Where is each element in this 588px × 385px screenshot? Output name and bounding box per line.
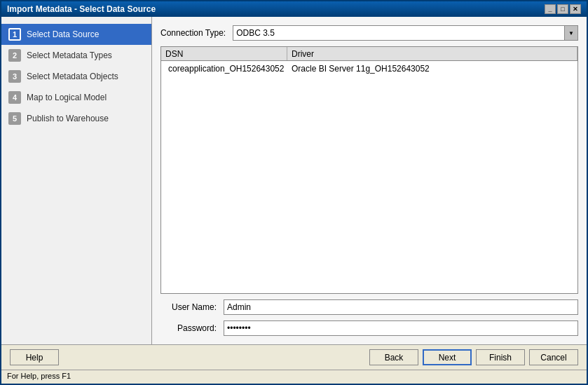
next-button[interactable]: Next [423,349,472,365]
sidebar-item-select-metadata-objects[interactable]: 3 Select Metadata Objects [1,66,151,87]
sidebar: 1 Select Data Source 2 Select Metadata T… [1,17,152,344]
table-body: coreapplication_OH152643052 Oracle BI Se… [161,61,577,293]
username-row: User Name: [160,299,578,315]
navigation-buttons: Back Next Finish Cancel [369,349,578,365]
cell-dsn: coreapplication_OH152643052 [161,62,287,75]
main-window: Import Metadata - Select Data Source _ □… [0,0,588,385]
status-bar: For Help, press F1 [1,370,587,384]
password-row: Password: [160,320,578,336]
sidebar-item-map-logical[interactable]: 4 Map to Logical Model [1,87,151,108]
table-row[interactable]: coreapplication_OH152643052 Oracle BI Se… [161,61,577,76]
password-input[interactable] [224,320,578,336]
step-2-number: 2 [8,49,21,62]
username-input[interactable] [224,299,578,315]
step-1-number: 1 [8,28,21,41]
step-1-label: Select Data Source [27,29,99,39]
help-button[interactable]: Help [10,349,59,365]
sidebar-item-select-metadata-types[interactable]: 2 Select Metadata Types [1,45,151,66]
connection-type-label: Connection Type: [160,28,226,38]
minimize-button[interactable]: _ [545,4,556,14]
sidebar-item-select-data-source[interactable]: 1 Select Data Source [1,24,151,45]
col-header-driver: Driver [287,47,577,60]
step-2-label: Select Metadata Types [27,50,112,60]
table-header: DSN Driver [161,47,577,61]
username-label: User Name: [160,302,217,312]
dsn-table: DSN Driver coreapplication_OH1526430 [160,46,578,294]
sidebar-item-publish-warehouse[interactable]: 5 Publish to Warehouse [1,108,151,129]
step-4-number: 4 [8,91,21,104]
bottom-bar: Help Back Next Finish Cancel [1,344,587,370]
connection-type-select-wrapper: ODBC 3.5 ▼ [233,25,578,41]
finish-button[interactable]: Finish [476,349,525,365]
content-area: 1 Select Data Source 2 Select Metadata T… [1,17,587,344]
title-bar: Import Metadata - Select Data Source _ □… [1,1,587,17]
dsn-name: coreapplication_OH152643052 [168,64,284,74]
window-title: Import Metadata - Select Data Source [7,4,156,14]
step-5-number: 5 [8,112,21,125]
close-button[interactable]: ✕ [570,4,581,14]
cancel-button[interactable]: Cancel [529,349,578,365]
step-5-label: Publish to Warehouse [27,114,109,123]
password-label: Password: [160,323,217,333]
maximize-button[interactable]: □ [557,4,568,14]
title-bar-buttons: _ □ ✕ [545,4,581,14]
step-3-label: Select Metadata Objects [27,72,118,81]
main-panel: Connection Type: ODBC 3.5 ▼ DSN Driver [152,17,587,344]
col-header-dsn: DSN [161,47,287,60]
step-3-number: 3 [8,70,21,83]
connection-type-select[interactable]: ODBC 3.5 [233,25,578,41]
back-button[interactable]: Back [369,349,418,365]
step-4-label: Map to Logical Model [27,93,107,102]
cell-driver: Oracle BI Server 11g_OH152643052 [287,62,577,75]
connection-type-row: Connection Type: ODBC 3.5 ▼ [160,25,578,41]
status-text: For Help, press F1 [7,372,71,380]
